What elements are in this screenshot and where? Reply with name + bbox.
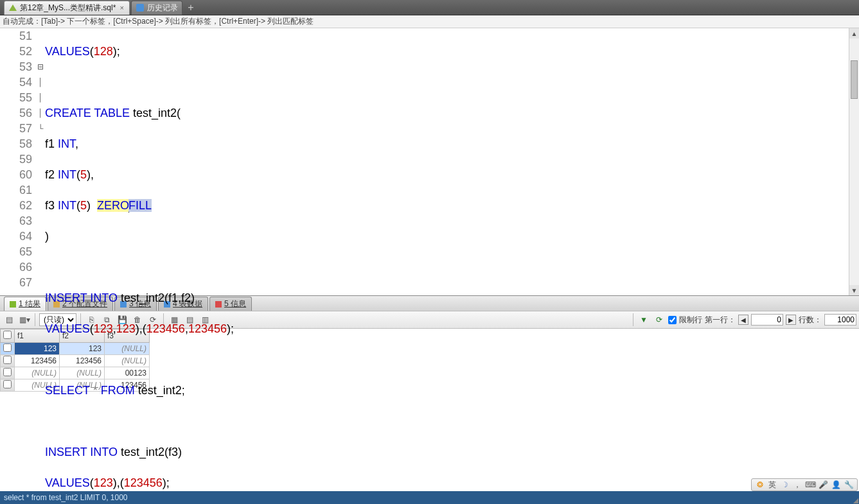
result-tab-results[interactable]: 1 结果 bbox=[4, 297, 46, 311]
form-mode-icon[interactable]: ▦▾ bbox=[18, 313, 31, 326]
scroll-up-icon[interactable]: ▲ bbox=[849, 28, 859, 39]
history-icon bbox=[136, 3, 145, 12]
row-checkbox[interactable] bbox=[1, 355, 15, 367]
row-checkbox[interactable] bbox=[1, 379, 15, 392]
add-tab-button[interactable]: + bbox=[184, 1, 198, 14]
ime-settings-icon[interactable]: 🔧 bbox=[844, 480, 853, 489]
resize-handle[interactable] bbox=[851, 496, 859, 504]
row-checkbox[interactable] bbox=[1, 343, 15, 355]
status-bar: select * from test_int2 LIMIT 0, 1000 bbox=[0, 491, 859, 504]
tab-sql-file[interactable]: 第12章_MyS...类型精讲.sql* × bbox=[4, 1, 130, 15]
tab-history[interactable]: 历史记录 bbox=[131, 1, 182, 15]
ime-user-icon[interactable]: 👤 bbox=[831, 480, 840, 489]
fold-toggle[interactable]: ⊟ bbox=[36, 59, 45, 74]
grid-mode-icon[interactable]: ▤ bbox=[3, 313, 15, 326]
select-all-checkbox[interactable] bbox=[1, 329, 15, 343]
status-text: select * from test_int2 LIMIT 0, 1000 bbox=[4, 493, 128, 502]
keyboard-icon[interactable]: ⌨ bbox=[806, 480, 815, 489]
row-checkbox[interactable] bbox=[1, 367, 15, 379]
scroll-down-icon[interactable]: ▼ bbox=[849, 285, 859, 295]
code-area[interactable]: VALUES(128); CREATE TABLE test_int2( f1 … bbox=[45, 28, 849, 295]
fold-column: ⊟ │││└ bbox=[36, 28, 45, 295]
sql-file-icon bbox=[8, 3, 17, 12]
code-editor[interactable]: 515253 545556 575859 606162 636465 6667 … bbox=[0, 28, 859, 295]
tab-bar: 第12章_MyS...类型精讲.sql* × 历史记录 + bbox=[0, 0, 859, 15]
grid-icon bbox=[10, 301, 16, 308]
line-gutter: 515253 545556 575859 606162 636465 6667 bbox=[0, 28, 36, 295]
tab-label: 历史记录 bbox=[147, 3, 178, 13]
ime-lang[interactable]: 英 bbox=[768, 480, 776, 491]
vertical-scrollbar[interactable]: ▲ ▼ bbox=[849, 28, 859, 295]
scroll-thumb[interactable] bbox=[851, 60, 858, 99]
ime-toolbar[interactable]: ❂ 英 ☽ ， ⌨ 🎤 👤 🔧 bbox=[751, 478, 858, 491]
tab-label: 第12章_MyS...类型精讲.sql* bbox=[20, 3, 116, 13]
ime-icon[interactable]: ❂ bbox=[756, 480, 765, 489]
comma-icon[interactable]: ， bbox=[793, 480, 802, 489]
close-icon[interactable]: × bbox=[118, 4, 125, 12]
moon-icon[interactable]: ☽ bbox=[780, 480, 789, 489]
microphone-icon[interactable]: 🎤 bbox=[819, 480, 828, 489]
autocomplete-hint: 自动完成：[Tab]-> 下一个标签，[Ctrl+Space]-> 列出所有标签… bbox=[0, 15, 859, 28]
